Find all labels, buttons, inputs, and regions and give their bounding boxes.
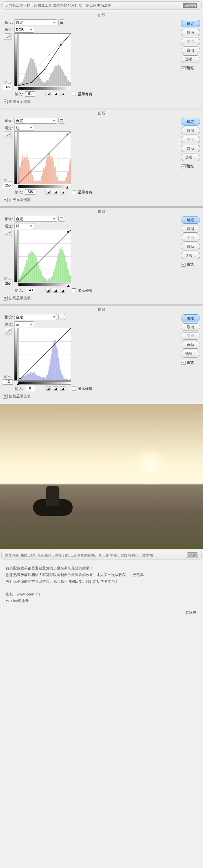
- input-slider[interactable]: [17, 382, 20, 385]
- curve-tool-icon[interactable]: [4, 328, 12, 335]
- output-field[interactable]: 255: [3, 183, 13, 188]
- input-slider[interactable]: [66, 186, 69, 188]
- cancel-button[interactable]: 取消: [181, 225, 200, 232]
- disclosure-toggle[interactable]: [3, 198, 7, 202]
- ok-button[interactable]: 确定: [181, 118, 200, 126]
- curve-tool-icon[interactable]: [4, 230, 12, 236]
- preset-select[interactable]: 自定: [14, 314, 57, 320]
- vertical-gradient: [14, 33, 18, 86]
- eyedropper-black-icon[interactable]: ◢: [46, 288, 51, 292]
- preview-checkbox[interactable]: ✔: [181, 164, 185, 168]
- preview-checkbox[interactable]: ✔: [181, 262, 185, 267]
- preset-menu-button[interactable]: ☰: [58, 314, 65, 320]
- eyedropper-gray-icon[interactable]: ◢: [53, 288, 58, 292]
- preset-menu-button[interactable]: ☰: [58, 20, 65, 25]
- ok-button[interactable]: 确定: [181, 216, 200, 224]
- options-button[interactable]: 选项...: [181, 350, 200, 358]
- show-clipping-checkbox[interactable]: [72, 386, 76, 391]
- options-button[interactable]: 选项...: [181, 154, 200, 161]
- credit-source: 出处：www.iceart.me: [6, 591, 197, 598]
- input-field[interactable]: 243: [25, 288, 35, 293]
- channel-label: 通道:: [3, 27, 13, 32]
- cancel-button[interactable]: 取消: [181, 127, 200, 134]
- smooth-button[interactable]: 平滑: [181, 136, 200, 143]
- eyedropper-black-icon[interactable]: ◢: [46, 386, 51, 391]
- input-label: 输入:: [15, 386, 23, 391]
- input-field[interactable]: 238: [25, 189, 35, 195]
- eyedropper-gray-icon[interactable]: ◢: [53, 190, 58, 194]
- dialog-title: 曲线: [0, 208, 203, 215]
- preview-checkbox[interactable]: ✔: [181, 361, 185, 365]
- chevron-down-icon: [30, 225, 32, 227]
- disclosure-toggle[interactable]: [3, 394, 7, 399]
- eyedropper-white-icon[interactable]: ◢: [60, 190, 65, 194]
- input-slider[interactable]: [29, 88, 32, 90]
- channel-select[interactable]: 红: [14, 125, 34, 131]
- eyedropper-white-icon[interactable]: ◢: [60, 288, 65, 292]
- output-field[interactable]: 13: [3, 379, 13, 384]
- curve-display-options-label: 曲线显示选项: [9, 394, 31, 399]
- input-slider[interactable]: [67, 284, 70, 287]
- output-field[interactable]: 65: [3, 85, 13, 90]
- preset-label: 预设:: [3, 118, 13, 123]
- preset-select[interactable]: 自定: [14, 118, 57, 124]
- preset-menu-button[interactable]: ☰: [58, 216, 65, 222]
- smooth-button[interactable]: 平滑: [181, 37, 200, 45]
- preset-label: 预设:: [3, 20, 13, 25]
- eyedropper-white-icon[interactable]: ◢: [60, 92, 65, 96]
- svg-point-168: [67, 133, 68, 135]
- person-silhouette: [46, 486, 59, 506]
- show-clipping-checkbox[interactable]: [72, 288, 76, 292]
- channel-select[interactable]: RGB: [14, 27, 34, 33]
- footer-small-button[interactable]: 小贴: [187, 552, 198, 558]
- auto-button[interactable]: 自动: [181, 243, 200, 250]
- channel-select[interactable]: 蓝: [14, 321, 34, 327]
- preview-label: 预览: [186, 66, 194, 70]
- svg-line-80: [19, 34, 71, 86]
- eyedropper-gray-icon[interactable]: ◢: [53, 92, 58, 96]
- curve-tool-icon[interactable]: [4, 131, 12, 138]
- cancel-button[interactable]: 取消: [181, 29, 200, 36]
- disclosure-toggle[interactable]: [3, 296, 7, 301]
- smooth-button[interactable]: 平滑: [181, 332, 200, 340]
- smooth-button[interactable]: 平滑: [181, 234, 200, 242]
- preset-select[interactable]: 自定: [14, 216, 57, 222]
- curves-dialog: 曲线 预设: 自定 ☰ 确定 取消 平滑 自动 选项... ✔预览 通道: 蓝 …: [0, 306, 203, 403]
- options-button[interactable]: 选项...: [181, 252, 200, 259]
- curve-graph[interactable]: [18, 131, 71, 184]
- preset-select[interactable]: 自定: [14, 20, 57, 25]
- show-clipping-checkbox[interactable]: [72, 92, 76, 96]
- curve-graph[interactable]: [18, 230, 71, 282]
- ok-button[interactable]: 确定: [181, 20, 200, 27]
- disclosure-toggle[interactable]: [3, 99, 7, 104]
- auto-button[interactable]: 自动: [181, 145, 200, 152]
- curve-graph[interactable]: [18, 328, 71, 381]
- ok-button[interactable]: 确定: [181, 314, 200, 322]
- sun-glow: [130, 446, 170, 486]
- cancel-button[interactable]: 取消: [181, 323, 200, 331]
- curve-graph[interactable]: [18, 33, 71, 86]
- eyedropper-black-icon[interactable]: ◢: [46, 92, 51, 96]
- preset-menu-button[interactable]: ☰: [58, 118, 65, 124]
- show-clipping-label: 显示修剪: [78, 288, 93, 293]
- input-field[interactable]: 61: [25, 91, 35, 97]
- output-label: 输出:: [3, 178, 13, 183]
- input-field[interactable]: 0: [25, 386, 35, 391]
- output-label: 输出:: [3, 375, 13, 379]
- input-label: 输入:: [15, 190, 23, 195]
- eyedropper-gray-icon[interactable]: ◢: [53, 386, 58, 391]
- channel-select[interactable]: 绿: [14, 223, 34, 229]
- channel-label: 通道:: [3, 322, 13, 327]
- eyedropper-white-icon[interactable]: ◢: [60, 386, 65, 391]
- eyedropper-black-icon[interactable]: ◢: [46, 190, 51, 194]
- credit-author: 作：ice韩冰云: [6, 598, 197, 604]
- output-field[interactable]: 255: [3, 281, 13, 286]
- preview-checkbox[interactable]: ✔: [181, 66, 185, 70]
- auto-button[interactable]: 自动: [181, 46, 200, 54]
- show-clipping-checkbox[interactable]: [72, 190, 76, 194]
- chevron-down-icon: [30, 29, 32, 31]
- auto-button[interactable]: 自动: [181, 341, 200, 349]
- preset-label: 预设:: [3, 315, 13, 320]
- options-button[interactable]: 选项...: [181, 55, 200, 63]
- curve-tool-icon[interactable]: [4, 33, 12, 40]
